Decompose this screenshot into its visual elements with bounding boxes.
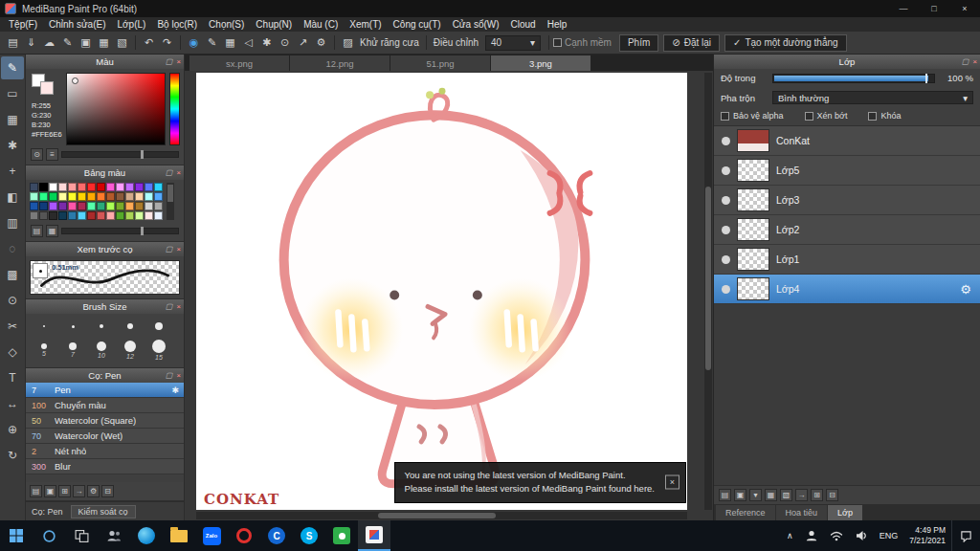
minimize-button[interactable]: —: [888, 0, 919, 17]
pen-settings-icon[interactable]: ✎: [58, 33, 77, 53]
bucket-tool-icon[interactable]: ◧: [1, 186, 24, 209]
color-cursor[interactable]: [72, 77, 78, 84]
save-icon[interactable]: ⇓: [22, 33, 40, 53]
palette-swatch[interactable]: [106, 202, 115, 210]
popout-icon[interactable]: ▢: [166, 245, 173, 253]
menu-cloud[interactable]: Cloud: [505, 17, 542, 32]
popout-icon[interactable]: ▢: [166, 57, 173, 66]
volume-icon[interactable]: [849, 520, 874, 551]
layer-visibility-toggle[interactable]: [722, 226, 730, 234]
copy-icon[interactable]: ▣: [77, 33, 95, 53]
layer-row-conkat[interactable]: ConKat: [714, 126, 980, 156]
menu-capture[interactable]: Chụp(N): [250, 17, 298, 32]
lasso-tool-icon[interactable]: ◌: [1, 237, 24, 260]
palette-swatch[interactable]: [30, 202, 38, 210]
palette-bar[interactable]: [61, 228, 179, 234]
notification-close-button[interactable]: ×: [665, 475, 679, 490]
layer-visibility-toggle[interactable]: [722, 196, 730, 205]
palette-swatch[interactable]: [97, 183, 105, 191]
notification-center-button[interactable]: [951, 520, 980, 551]
brush-size-preset[interactable]: 15: [145, 337, 173, 364]
straight-line-button[interactable]: ✓ Tạo một đường thẳng: [724, 34, 847, 52]
palette-swatch[interactable]: [97, 202, 105, 210]
palette-swatch[interactable]: [78, 211, 86, 220]
add-folder-icon[interactable]: ▦: [765, 489, 777, 501]
add-brush-icon[interactable]: ▤: [30, 485, 42, 497]
layer-visibility-toggle[interactable]: [722, 285, 730, 294]
doc-tab-12[interactable]: 12.png: [290, 55, 390, 71]
drawing-canvas[interactable]: CONKAT CONKAT: [196, 73, 687, 510]
eyedropper-tool-icon[interactable]: ⊙: [1, 289, 24, 312]
palette-swatch[interactable]: [78, 192, 86, 201]
gradient-tool-icon[interactable]: ▥: [1, 211, 24, 234]
add-layer-icon[interactable]: ▤: [719, 489, 731, 501]
palette-swatch[interactable]: [68, 183, 77, 191]
palette-swatch[interactable]: [145, 211, 153, 220]
palette-swatch[interactable]: [125, 202, 134, 210]
palette-swatch[interactable]: [58, 183, 67, 191]
menu-tools[interactable]: Công cụ(T): [388, 17, 447, 32]
add-brush-group-icon[interactable]: ⊞: [58, 485, 71, 497]
tab-reference[interactable]: Reference: [716, 505, 775, 520]
stamp-icon[interactable]: ▦: [221, 33, 239, 53]
close-button[interactable]: ×: [949, 0, 980, 17]
add-swatch-icon[interactable]: ▤: [31, 225, 43, 237]
tab-layer[interactable]: Lớp: [828, 505, 862, 520]
palette-swatch[interactable]: [145, 192, 153, 201]
brush-settings-icon[interactable]: ✱: [171, 386, 179, 395]
protect-alpha-checkbox[interactable]: [721, 112, 729, 121]
file-explorer-icon[interactable]: [163, 520, 195, 551]
palette-swatch[interactable]: [68, 202, 77, 210]
doc-tab-51[interactable]: 51.png: [390, 55, 490, 71]
popout-icon[interactable]: ▢: [962, 57, 969, 66]
menu-color[interactable]: Màu (C): [298, 17, 344, 32]
tray-chevron-up-icon[interactable]: ∧: [781, 520, 799, 551]
scissors-tool-icon[interactable]: ✂: [1, 315, 24, 338]
brush-size-preset[interactable]: [87, 316, 116, 337]
zoom-tool-icon[interactable]: ⊕: [1, 418, 24, 441]
symmetry-icon[interactable]: ✱: [257, 33, 276, 53]
search-button[interactable]: [33, 520, 65, 551]
menu-window[interactable]: Cửa sổ(W): [447, 17, 505, 32]
popout-icon[interactable]: ▢: [166, 302, 173, 311]
palette-swatch[interactable]: [58, 202, 67, 210]
layer-visibility-toggle[interactable]: [722, 166, 730, 175]
brush-config-icon[interactable]: ⚙: [87, 485, 100, 497]
menu-select[interactable]: Chọn(S): [203, 17, 250, 32]
palette-swatch[interactable]: [49, 183, 57, 191]
popout-icon[interactable]: ▢: [166, 168, 173, 177]
target-icon[interactable]: ⊙: [276, 33, 294, 53]
palette-swatch[interactable]: [116, 211, 124, 220]
doc-tab-sx[interactable]: sx.png: [189, 55, 289, 71]
palette-swatch[interactable]: [135, 192, 144, 201]
brush-item-blur[interactable]: 300 Blur: [26, 459, 184, 474]
move-tool-icon[interactable]: +: [1, 160, 24, 183]
opacity-slider[interactable]: [772, 74, 935, 83]
soft-edge-checkbox[interactable]: [553, 38, 562, 47]
palette-swatch[interactable]: [39, 211, 48, 220]
layer-row-2[interactable]: Lớp2: [714, 215, 980, 245]
close-icon[interactable]: ×: [176, 302, 181, 311]
transfer-layer-icon[interactable]: →: [795, 489, 808, 501]
menu-file[interactable]: Tệp(F): [3, 17, 43, 32]
brush-item-watercolor-wet[interactable]: 70 Watercolor (Wet): [26, 429, 184, 444]
shape-tool-icon[interactable]: ◇: [1, 341, 24, 364]
palette-swatch[interactable]: [106, 183, 115, 191]
coccoc-icon[interactable]: C: [260, 520, 293, 551]
close-icon[interactable]: ×: [176, 57, 181, 66]
brush-size-preset[interactable]: [116, 316, 145, 337]
rotate-tool-icon[interactable]: ↻: [1, 444, 24, 467]
palette-swatch[interactable]: [97, 192, 105, 201]
tab-navigator[interactable]: Hoa tiêu: [776, 505, 828, 520]
brush-size-preset[interactable]: [30, 316, 58, 337]
palette-swatch[interactable]: [135, 211, 144, 220]
palette-swatch[interactable]: [125, 183, 134, 191]
import-brush-icon[interactable]: →: [73, 485, 85, 497]
saturation-value-picker[interactable]: [66, 73, 166, 145]
menu-view[interactable]: Xem(T): [344, 17, 387, 32]
skype-icon[interactable]: S: [293, 520, 325, 551]
palette-swatch[interactable]: [58, 211, 67, 220]
layer-row-1[interactable]: Lớp1: [714, 245, 980, 275]
new-canvas-icon[interactable]: ▤: [4, 33, 22, 53]
start-button[interactable]: [0, 520, 33, 551]
